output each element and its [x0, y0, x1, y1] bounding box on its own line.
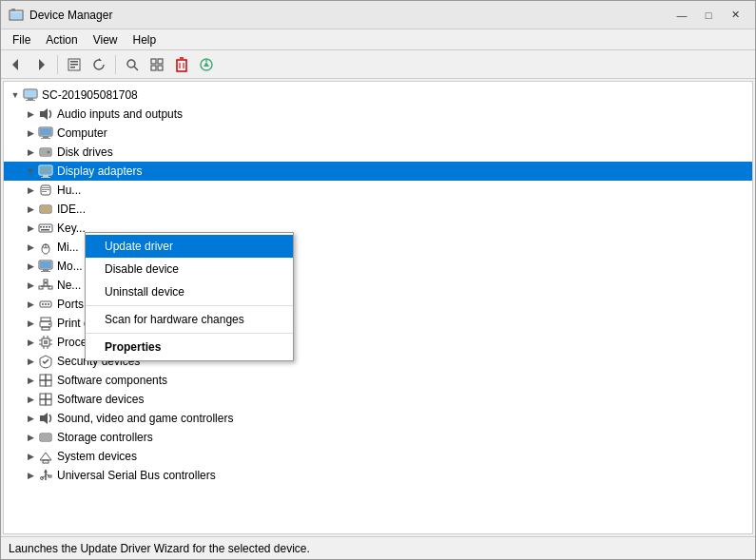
sound-toggle[interactable]: ▶	[23, 411, 38, 426]
svg-rect-69	[41, 318, 50, 321]
svg-rect-15	[158, 66, 163, 70]
svg-point-66	[42, 303, 44, 305]
disk-toggle[interactable]: ▶	[23, 145, 38, 160]
svg-rect-30	[43, 136, 48, 138]
download-button[interactable]	[195, 53, 218, 76]
ide-toggle[interactable]: ▶	[23, 202, 38, 217]
svg-rect-85	[40, 380, 46, 386]
tree-item-ide[interactable]: ▶ IDE...	[4, 200, 752, 219]
tree-item-software-comp[interactable]: ▶ Software components	[4, 371, 752, 390]
system-toggle[interactable]: ▶	[23, 449, 38, 464]
window-title: Device Manager	[29, 9, 669, 22]
ide-icon	[38, 202, 53, 217]
tree-item-usb[interactable]: ▶ Universal Serial Bus controllers	[4, 466, 752, 485]
monitors-toggle[interactable]: ▶	[23, 259, 38, 274]
svg-rect-93	[41, 434, 50, 440]
context-scan-hardware[interactable]: Scan for hardware changes	[86, 308, 293, 331]
keyboards-toggle[interactable]: ▶	[23, 221, 38, 236]
svg-rect-89	[40, 399, 46, 405]
properties-button[interactable]	[63, 53, 86, 76]
context-update-driver[interactable]: Update driver	[86, 235, 293, 258]
svg-rect-6	[70, 61, 78, 63]
tree-item-computer[interactable]: ▶ Computer	[4, 124, 752, 143]
svg-marker-91	[40, 413, 48, 424]
menu-file[interactable]: File	[5, 31, 38, 48]
maximize-button[interactable]: □	[696, 6, 721, 25]
ports-toggle[interactable]: ▶	[23, 297, 38, 312]
ide-label: IDE...	[57, 203, 86, 216]
keyboards-icon	[38, 221, 53, 236]
hid-toggle[interactable]: ▶	[23, 183, 38, 198]
svg-rect-88	[46, 394, 51, 399]
forward-button[interactable]	[29, 53, 52, 76]
svg-rect-98	[48, 475, 51, 477]
svg-marker-4	[39, 59, 45, 70]
search-button[interactable]	[121, 53, 144, 76]
tree-item-software-dev[interactable]: ▶ Software devices	[4, 390, 752, 409]
tree-item-hid[interactable]: ▶ Hu...	[4, 181, 752, 200]
context-sep-2	[86, 333, 293, 334]
mice-label: Mi...	[57, 241, 79, 254]
svg-rect-41	[42, 189, 49, 190]
audio-toggle[interactable]: ▶	[23, 106, 38, 122]
computer-toggle[interactable]: ▶	[23, 126, 38, 141]
svg-point-68	[48, 303, 49, 305]
menu-help[interactable]: Help	[126, 31, 165, 48]
svg-rect-25	[28, 98, 33, 100]
svg-rect-40	[42, 187, 49, 188]
display-toggle[interactable]: ▼	[23, 164, 38, 179]
back-button[interactable]	[5, 53, 28, 76]
security-toggle[interactable]: ▶	[23, 354, 38, 369]
remove-button[interactable]	[170, 53, 193, 76]
hid-icon	[38, 183, 53, 198]
menu-action[interactable]: Action	[38, 31, 85, 48]
tree-item-audio[interactable]: ▶ Audio inputs and outputs	[4, 105, 752, 124]
usb-toggle[interactable]: ▶	[23, 468, 38, 483]
minimize-button[interactable]: —	[669, 6, 694, 25]
storage-toggle[interactable]: ▶	[23, 430, 38, 445]
svg-rect-57	[41, 271, 50, 272]
svg-rect-86	[46, 380, 51, 386]
window-icon	[9, 8, 24, 23]
root-computer-icon	[23, 87, 38, 103]
tree-item-sound[interactable]: ▶ Sound, video and game controllers	[4, 409, 752, 428]
tree-item-disk[interactable]: ▶ Disk drives	[4, 143, 752, 162]
window-controls: — □ ✕	[669, 6, 747, 25]
svg-rect-83	[40, 375, 46, 380]
context-uninstall-device[interactable]: Uninstall device	[86, 280, 293, 303]
processors-toggle[interactable]: ▶	[23, 335, 38, 350]
refresh-button[interactable]	[87, 53, 110, 76]
tree-item-storage[interactable]: ▶ Storage controllers	[4, 428, 752, 447]
context-disable-device[interactable]: Disable device	[86, 258, 293, 280]
system-label: System devices	[57, 450, 137, 463]
software-comp-icon	[38, 373, 53, 388]
tree-item-system[interactable]: ▶ System devices	[4, 447, 752, 466]
svg-rect-46	[40, 226, 42, 228]
svg-rect-26	[26, 100, 35, 101]
mice-icon	[38, 240, 53, 255]
storage-icon	[38, 430, 53, 445]
context-properties[interactable]: Properties	[86, 336, 293, 358]
menu-view[interactable]: View	[86, 31, 126, 48]
main-content: ▼ SC-201905081708 ▶	[3, 81, 753, 534]
network-toggle[interactable]: ▶	[23, 278, 38, 293]
display-icon	[38, 164, 53, 179]
svg-marker-96	[44, 470, 48, 473]
collapse-button[interactable]	[145, 53, 168, 76]
software-comp-toggle[interactable]: ▶	[23, 373, 38, 388]
toolbar-sep-1	[57, 55, 58, 74]
mice-toggle[interactable]: ▶	[23, 240, 38, 255]
root-toggle[interactable]: ▼	[8, 87, 23, 103]
software-dev-toggle[interactable]: ▶	[23, 392, 38, 407]
tree-root[interactable]: ▼ SC-201905081708	[4, 86, 752, 105]
svg-rect-45	[39, 224, 52, 232]
software-dev-label: Software devices	[57, 393, 144, 406]
svg-rect-8	[70, 67, 75, 68]
close-button[interactable]: ✕	[723, 6, 747, 25]
print-toggle[interactable]: ▶	[23, 316, 38, 331]
keyboards-label: Key...	[57, 222, 86, 235]
svg-rect-90	[46, 399, 51, 405]
tree-item-display[interactable]: ▼ Display adapters	[4, 162, 752, 181]
svg-rect-38	[41, 177, 50, 178]
system-icon	[38, 449, 53, 464]
